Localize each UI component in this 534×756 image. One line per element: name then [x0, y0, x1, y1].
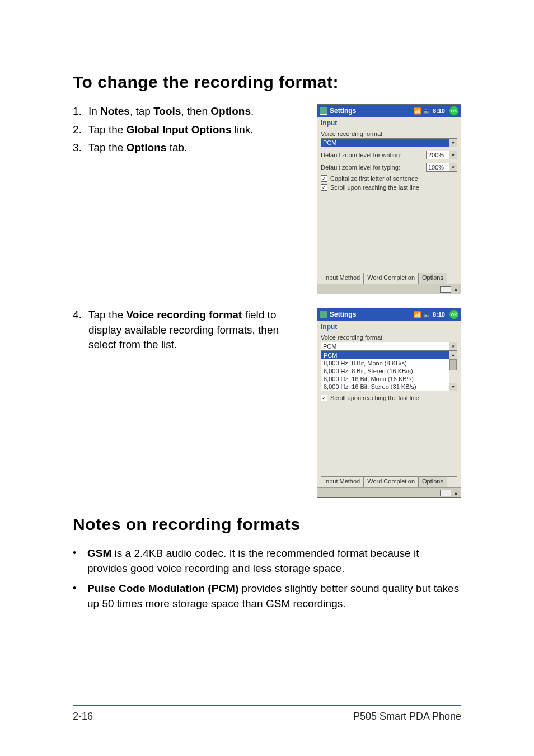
- row-step-4: 4. Tap the Voice recording format field …: [73, 308, 461, 498]
- chevron-down-icon[interactable]: ▼: [449, 151, 457, 159]
- step-4: 4. Tap the Voice recording format field …: [73, 308, 306, 353]
- titlebar: Settings 📶 🔈 8:10 ok: [317, 308, 461, 321]
- speaker-icon: 🔈: [423, 311, 431, 318]
- row-steps-1-3: 1. In Notes, tap Tools, then Options. 2.…: [73, 104, 461, 294]
- panel-input: Input Voice recording format: PCM ▼ PCM …: [317, 321, 461, 487]
- heading-change-format: To change the recording format:: [73, 73, 461, 92]
- zoom-typing-value: 100%: [426, 163, 449, 172]
- zoom-writing-label: Default zoom level for writing:: [321, 152, 401, 158]
- window-icon: [320, 311, 327, 318]
- step-text: Tap the Global Input Options link.: [88, 123, 306, 138]
- vrf-label: Voice recording format:: [321, 334, 457, 341]
- footer-title: P505 Smart PDA Phone: [353, 711, 461, 722]
- capitalize-label: Capitalize first letter of sentence: [330, 175, 418, 182]
- chevron-down-icon[interactable]: ▼: [449, 138, 457, 147]
- bullet-icon: •: [73, 546, 87, 576]
- zoom-typing-label: Default zoom level for typing:: [321, 164, 400, 171]
- step-num: 1.: [73, 104, 88, 119]
- step-num: 2.: [73, 123, 88, 138]
- heading-notes: Notes on recording formats: [73, 515, 461, 534]
- step-4-col: 4. Tap the Voice recording format field …: [73, 308, 306, 356]
- step-1: 1. In Notes, tap Tools, then Options.: [73, 104, 306, 119]
- clock-text: 8:10: [433, 107, 445, 114]
- tab-input-method[interactable]: Input Method: [321, 477, 364, 487]
- dropdown-item[interactable]: 8,000 Hz, 16 Bit, Mono (16 KB/s): [321, 375, 449, 383]
- vrf-combo[interactable]: PCM ▼: [321, 342, 457, 351]
- vrf-label: Voice recording format:: [321, 130, 457, 137]
- window-title: Settings: [330, 107, 356, 115]
- bullet-icon: •: [73, 581, 87, 611]
- chevron-down-icon[interactable]: ▼: [449, 163, 457, 172]
- page: To change the recording format: 1. In No…: [0, 0, 534, 756]
- dropdown-item[interactable]: 8,000 Hz, 16 Bit, Stereo (31 KB/s): [321, 383, 449, 391]
- dropdown-item[interactable]: PCM: [321, 351, 449, 359]
- zoom-writing-value: 200%: [426, 151, 449, 159]
- note-pcm: • Pulse Code Modulation (PCM) provides s…: [73, 581, 461, 611]
- page-footer: 2-16 P505 Smart PDA Phone: [73, 705, 461, 722]
- dropdown-item[interactable]: 8,000 Hz, 8 Bit, Mono (8 KB/s): [321, 359, 449, 367]
- keyboard-icon[interactable]: [440, 286, 451, 293]
- clock-text: 8:10: [433, 311, 445, 318]
- step-text: Tap the Voice recording format field to …: [88, 308, 306, 353]
- scroll-down-icon[interactable]: ▼: [449, 383, 457, 391]
- steps-1-3: 1. In Notes, tap Tools, then Options. 2.…: [73, 104, 306, 159]
- capitalize-checkbox-row[interactable]: ✓ Capitalize first letter of sentence: [321, 175, 457, 182]
- tabs: Input Method Word Completion Options: [321, 476, 457, 487]
- checkbox-checked-icon[interactable]: ✓: [321, 175, 327, 182]
- speaker-icon: 🔈: [423, 107, 431, 115]
- step-text: Tap the Options tab.: [88, 140, 306, 156]
- zoom-writing-row: Default zoom level for writing: 200% ▼: [321, 151, 457, 159]
- tabs: Input Method Word Completion Options: [321, 273, 457, 284]
- signal-icon: 📶: [414, 107, 421, 115]
- panel-input: Input Voice recording format: PCM ▼ Defa…: [317, 117, 461, 284]
- keyboard-icon[interactable]: [440, 490, 451, 496]
- signal-icon: 📶: [414, 311, 421, 318]
- step-3: 3. Tap the Options tab.: [73, 140, 306, 156]
- scroll-track[interactable]: [449, 359, 457, 383]
- titlebar: Settings 📶 🔈 8:10 ok: [317, 105, 461, 117]
- note-gsm: • GSM is a 2.4KB audio codec. It is the …: [73, 546, 461, 576]
- scrollbar[interactable]: ▲ ▼: [449, 351, 457, 391]
- scroll-checkbox-row[interactable]: ✓ Scroll upon reaching the last line: [321, 395, 457, 401]
- notes-list: • GSM is a 2.4KB audio codec. It is the …: [73, 546, 461, 611]
- step-text: In Notes, tap Tools, then Options.: [88, 104, 306, 119]
- step-2: 2. Tap the Global Input Options link.: [73, 123, 306, 138]
- step-num: 3.: [73, 140, 88, 156]
- vrf-dropdown-list[interactable]: PCM 8,000 Hz, 8 Bit, Mono (8 KB/s) 8,000…: [321, 351, 457, 391]
- panel-title: Input: [321, 119, 457, 127]
- scroll-thumb[interactable]: [449, 359, 457, 370]
- zoom-typing-combo[interactable]: 100% ▼: [426, 163, 457, 172]
- tab-input-method[interactable]: Input Method: [321, 273, 364, 284]
- panel-title: Input: [321, 323, 457, 331]
- tab-options[interactable]: Options: [419, 477, 447, 487]
- scroll-up-icon[interactable]: ▲: [449, 351, 457, 359]
- ok-button[interactable]: ok: [449, 310, 458, 319]
- status-icons: 📶 🔈 8:10: [414, 311, 445, 318]
- note-text: Pulse Code Modulation (PCM) provides sli…: [87, 581, 461, 611]
- vrf-value: PCM: [321, 138, 449, 147]
- tab-options[interactable]: Options: [419, 273, 447, 284]
- scroll-checkbox-row[interactable]: ✓ Scroll upon reaching the last line: [321, 184, 457, 191]
- scroll-label: Scroll upon reaching the last line: [330, 395, 419, 401]
- vrf-combo[interactable]: PCM ▼: [321, 138, 457, 147]
- screenshot-settings-dropdown: Settings 📶 🔈 8:10 ok Input Voice recordi…: [317, 308, 461, 498]
- vrf-value: PCM: [321, 342, 449, 351]
- caret-up-icon[interactable]: ▲: [453, 287, 458, 292]
- caret-up-icon[interactable]: ▲: [453, 490, 458, 496]
- dropdown-items: PCM 8,000 Hz, 8 Bit, Mono (8 KB/s) 8,000…: [321, 351, 449, 391]
- note-text: GSM is a 2.4KB audio codec. It is the re…: [87, 546, 461, 576]
- checkbox-checked-icon[interactable]: ✓: [321, 184, 327, 191]
- tab-word-completion[interactable]: Word Completion: [364, 477, 419, 487]
- page-number: 2-16: [73, 711, 93, 722]
- zoom-writing-combo[interactable]: 200% ▼: [426, 151, 457, 159]
- window-icon: [320, 107, 327, 115]
- tab-word-completion[interactable]: Word Completion: [364, 273, 419, 284]
- checkbox-checked-icon[interactable]: ✓: [321, 395, 327, 401]
- sip-bar: ▲: [317, 487, 461, 497]
- step-num: 4.: [73, 308, 88, 353]
- window-title: Settings: [330, 311, 356, 318]
- chevron-down-icon[interactable]: ▼: [449, 342, 457, 351]
- ok-button[interactable]: ok: [449, 106, 458, 115]
- dropdown-item[interactable]: 8,000 Hz, 8 Bit, Stereo (16 KB/s): [321, 367, 449, 375]
- sip-bar: ▲: [317, 284, 461, 294]
